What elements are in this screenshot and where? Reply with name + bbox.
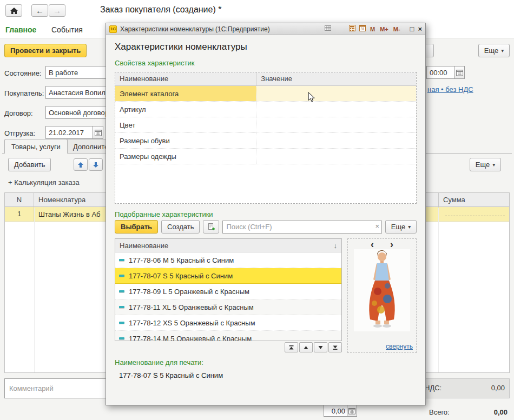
column-header-name[interactable]: Наименование xyxy=(115,72,256,85)
search-box: × xyxy=(222,221,382,234)
last-icon xyxy=(332,345,338,350)
props-section-header: Свойства характеристик xyxy=(115,59,195,67)
vat-value: 0,00 xyxy=(491,384,505,392)
element-icon xyxy=(118,319,125,326)
go-first-button[interactable] xyxy=(285,342,298,352)
column-header-sum[interactable]: Сумма xyxy=(439,193,509,206)
picked-section-header: Подобранные характеристики xyxy=(115,210,213,218)
list-item[interactable]: 177-78-09 L 5 Оранжевый с Красным xyxy=(115,284,341,299)
calculator-icon[interactable] xyxy=(349,25,355,33)
image-preview-panel: ‹ › xyxy=(347,238,417,353)
move-down-button[interactable] xyxy=(89,158,103,171)
back-button[interactable]: ← xyxy=(31,4,48,17)
more-button-dialog[interactable]: Еще ▾ xyxy=(385,220,417,234)
home-button[interactable] xyxy=(5,4,22,17)
column-header-n[interactable]: N xyxy=(5,193,34,206)
shipment-calendar-button[interactable] xyxy=(93,126,103,139)
calendar-icon xyxy=(95,129,102,136)
section-tab-events[interactable]: События xyxy=(51,25,83,34)
element-icon xyxy=(118,335,125,341)
memory-m-button[interactable]: М xyxy=(370,26,375,32)
svg-text:31: 31 xyxy=(360,27,365,31)
more-button-items[interactable]: Еще ▾ xyxy=(470,158,501,171)
move-up-button[interactable] xyxy=(74,158,88,171)
chevron-down-icon: ▾ xyxy=(492,162,495,168)
list-item[interactable]: 177-78-12 XS 5 Оранжевый с Красным xyxy=(115,315,341,331)
chevron-down-icon: ▾ xyxy=(408,224,411,230)
add-row-button[interactable]: Добавить xyxy=(8,158,51,171)
list-item[interactable]: 177-78-11 XL 5 Оранжевый с Красным xyxy=(115,299,341,315)
collapse-link[interactable]: свернуть xyxy=(386,343,413,350)
create-button[interactable]: Создать xyxy=(161,220,200,234)
create-new-folder-button[interactable] xyxy=(203,220,219,234)
element-icon xyxy=(118,288,125,295)
calendar-31-icon[interactable]: 31 xyxy=(359,25,366,33)
product-photo xyxy=(354,249,410,331)
dialog-system-icons: 31 М М+ М- □ × xyxy=(325,25,422,33)
dialog-titlebar-text: Характеристики номенклатуры (1С:Предприя… xyxy=(120,25,270,33)
product-photo-wrap[interactable] xyxy=(348,249,416,331)
list-header[interactable]: Наименование ↓ xyxy=(115,239,341,252)
property-row-selected[interactable]: Элемент каталога xyxy=(115,86,416,102)
tab-goods-services[interactable]: Товары, услуги xyxy=(4,139,68,154)
memory-m-plus-button[interactable]: М+ xyxy=(379,26,389,32)
back-icon: ← xyxy=(36,6,44,15)
onec-logo-icon: 1С xyxy=(109,25,117,33)
image-pager: ‹ › xyxy=(348,239,416,249)
new-item-icon xyxy=(207,223,215,231)
picked-toolbar: Выбрать Создать × Еще ▾ xyxy=(115,220,417,234)
chevron-down-icon: ▾ xyxy=(501,48,504,54)
element-icon xyxy=(118,304,125,310)
list-item-selected[interactable]: 177-78-07 S 5 Красный с Синим xyxy=(115,268,341,284)
total-value: 0,00 xyxy=(471,408,508,416)
list-item-clipped[interactable]: 177-78-14 M 5 Оранжевый с Красным xyxy=(115,331,341,341)
properties-table: Наименование Значение Элемент каталога А… xyxy=(115,72,417,204)
sort-descending-icon[interactable]: ↓ xyxy=(334,242,338,250)
memory-m-minus-button[interactable]: М- xyxy=(393,26,401,32)
list-item[interactable]: 177-78-06 M 5 Красный с Синим xyxy=(115,252,341,268)
characteristics-list: Наименование ↓ 177-78-06 M 5 Красный с С… xyxy=(115,238,342,341)
amount-field[interactable] xyxy=(324,405,347,417)
up-icon xyxy=(303,345,309,350)
more-button-top[interactable]: Еще ▾ xyxy=(478,44,510,57)
list-navigation xyxy=(115,342,342,352)
shipment-date-field[interactable] xyxy=(45,126,93,139)
column-header-value[interactable]: Значение xyxy=(256,72,416,85)
time-field[interactable] xyxy=(426,66,454,79)
forward-button[interactable]: → xyxy=(49,4,65,17)
post-and-close-button[interactable]: Провести и закрыть xyxy=(4,44,87,57)
state-label: Состояние: xyxy=(4,69,41,77)
empty-sum-underline xyxy=(445,216,505,216)
total-label: Всего: xyxy=(429,408,450,416)
mouse-cursor xyxy=(308,92,315,103)
home-icon xyxy=(10,7,18,15)
property-row[interactable]: Артикул xyxy=(115,102,416,117)
forward-icon: → xyxy=(53,6,61,15)
go-down-button[interactable] xyxy=(314,342,327,352)
search-clear-icon[interactable]: × xyxy=(375,222,379,230)
customer-label: Покупатель: xyxy=(4,89,44,97)
go-up-button[interactable] xyxy=(299,342,313,352)
property-value-cell[interactable] xyxy=(256,86,416,101)
print-name-value: 177-78-07 S 5 Красный с Синим xyxy=(119,371,223,379)
row-number: 1 xyxy=(5,207,34,221)
section-tab-main[interactable]: Главное xyxy=(5,25,36,34)
go-last-button[interactable] xyxy=(328,342,342,352)
maximize-icon[interactable]: □ xyxy=(410,25,414,33)
amount-calendar-button[interactable] xyxy=(347,405,357,417)
property-row[interactable]: Цвет xyxy=(115,117,416,133)
property-row[interactable]: Размеры одежды xyxy=(115,149,416,164)
previous-image-icon[interactable]: ‹ xyxy=(371,239,374,249)
row-sum-cell[interactable] xyxy=(439,207,509,221)
search-input[interactable] xyxy=(222,221,382,234)
property-row[interactable]: Размеры обуви xyxy=(115,133,416,149)
dialog-titlebar[interactable]: 1С Характеристики номенклатуры (1С:Предп… xyxy=(106,23,425,35)
order-calculation-link[interactable]: + Калькуляция заказа xyxy=(8,178,80,186)
time-calendar-button[interactable] xyxy=(454,66,465,79)
pricing-link[interactable]: ная • без НДС xyxy=(427,85,473,94)
select-button[interactable]: Выбрать xyxy=(115,220,158,234)
journal-icon[interactable] xyxy=(325,25,331,33)
next-image-icon[interactable]: › xyxy=(390,239,393,249)
calendar-icon xyxy=(456,69,463,76)
close-icon[interactable]: × xyxy=(418,25,422,33)
